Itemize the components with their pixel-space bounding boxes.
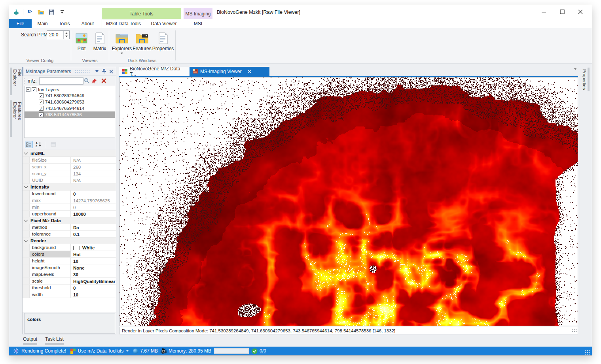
property-category-row[interactable]: Render bbox=[23, 238, 116, 244]
property-label[interactable]: upperbound bbox=[30, 211, 71, 217]
property-label[interactable]: UUID bbox=[30, 177, 71, 183]
save-icon[interactable] bbox=[47, 8, 55, 16]
tab-data-viewer[interactable]: Data Viewer bbox=[145, 19, 182, 28]
property-value[interactable]: Da bbox=[71, 224, 116, 230]
property-row[interactable]: width10 bbox=[23, 291, 116, 298]
tab-mzkit-data-tools[interactable]: Mzkit Data Tools bbox=[102, 19, 145, 28]
tab-file[interactable]: File bbox=[9, 19, 32, 28]
resize-grip-icon[interactable] bbox=[572, 329, 577, 333]
property-row[interactable]: tolerance0.1 bbox=[23, 231, 116, 238]
property-row[interactable]: lowerbound0 bbox=[23, 190, 116, 197]
checkbox-checked-icon[interactable]: ✓ bbox=[39, 93, 44, 98]
property-row[interactable]: fileSizeN/A bbox=[23, 157, 116, 164]
property-row[interactable]: threshold0 bbox=[23, 285, 116, 291]
qat-customize-icon[interactable] bbox=[58, 8, 66, 16]
property-value[interactable]: 134 bbox=[71, 170, 116, 177]
property-label[interactable]: max bbox=[30, 197, 71, 204]
tab-output[interactable]: Output bbox=[23, 336, 37, 345]
checkbox-checked-icon[interactable]: ✓ bbox=[39, 106, 44, 111]
ion-layers-root-row[interactable]: − ✓ Ion Layers bbox=[25, 86, 115, 92]
clear-icon[interactable] bbox=[100, 77, 108, 85]
minimize-button[interactable] bbox=[538, 7, 550, 17]
explorers-dropdown-icon[interactable] bbox=[121, 53, 123, 54]
contextual-tab-table-tools[interactable]: Table Tools bbox=[102, 8, 181, 19]
property-category-row[interactable]: Pixel M/z Data bbox=[23, 217, 116, 224]
checkbox-checked-icon[interactable]: ✓ bbox=[32, 87, 36, 92]
property-row[interactable]: scan_y134 bbox=[23, 170, 116, 177]
collapse-chevron-icon[interactable] bbox=[24, 151, 28, 155]
stepper-down-icon[interactable] bbox=[65, 36, 68, 37]
contextual-tab-ms-imaging[interactable]: MS Imaging bbox=[184, 8, 212, 19]
alphabetical-sort-icon[interactable]: AZ bbox=[35, 141, 43, 148]
property-category-row[interactable]: Intensity bbox=[23, 184, 116, 190]
property-label[interactable]: background bbox=[30, 244, 71, 251]
property-row[interactable]: imageSmoothNone bbox=[23, 264, 116, 271]
tab-about[interactable]: About bbox=[75, 19, 100, 28]
search-icon[interactable] bbox=[83, 77, 91, 85]
property-label[interactable]: scan_x bbox=[30, 164, 71, 170]
property-value[interactable]: 10 bbox=[71, 258, 116, 264]
tab-ms-imaging-viewer[interactable]: MS-Imaging Viewer bbox=[190, 67, 269, 76]
ion-layer-row[interactable]: ✓741.530289264849 bbox=[25, 92, 115, 99]
close-button[interactable] bbox=[574, 7, 586, 17]
property-label[interactable]: lowerbound bbox=[30, 190, 71, 197]
panel-drag-grip[interactable] bbox=[74, 70, 90, 73]
tab-task-list[interactable]: Task List bbox=[45, 336, 64, 345]
property-label[interactable]: scan_y bbox=[30, 170, 71, 177]
property-row[interactable]: scan_x260 bbox=[23, 164, 116, 170]
property-label[interactable]: colors bbox=[30, 251, 71, 257]
property-label[interactable]: min bbox=[30, 204, 71, 210]
pin-icon[interactable] bbox=[100, 68, 108, 75]
sidebar-tab-properties[interactable]: Properties bbox=[581, 68, 590, 91]
property-row[interactable]: upperbound10000 bbox=[23, 211, 116, 217]
stepper-buttons[interactable] bbox=[63, 31, 69, 39]
tab-main[interactable]: Main bbox=[32, 19, 53, 28]
tab-tools[interactable]: Tools bbox=[53, 19, 75, 28]
property-value[interactable]: None bbox=[71, 264, 116, 271]
properties-button[interactable]: Properties bbox=[152, 30, 174, 58]
property-row[interactable]: colorsHot bbox=[23, 251, 116, 258]
property-value[interactable]: Hot bbox=[71, 251, 116, 257]
collapse-chevron-icon[interactable] bbox=[24, 238, 28, 242]
ion-layer-row[interactable]: ✓798.54144578536 bbox=[25, 111, 115, 118]
checkbox-checked-icon[interactable]: ✓ bbox=[39, 100, 44, 104]
property-value[interactable]: 10000 bbox=[71, 211, 116, 217]
property-label[interactable]: width bbox=[30, 291, 71, 298]
property-value[interactable]: 0 bbox=[71, 204, 116, 210]
collapse-chevron-icon[interactable] bbox=[24, 185, 28, 189]
property-value[interactable]: 0 bbox=[71, 190, 116, 197]
categorized-view-icon[interactable] bbox=[25, 141, 33, 148]
property-value[interactable]: 30 bbox=[71, 271, 116, 277]
window-resize-grip-icon[interactable] bbox=[585, 350, 590, 355]
maximize-button[interactable] bbox=[556, 7, 568, 17]
property-row[interactable]: max14274.759765625 bbox=[23, 197, 116, 204]
property-label[interactable]: method bbox=[30, 224, 71, 230]
tab-msi[interactable]: MSI bbox=[184, 19, 212, 28]
property-value[interactable]: 260 bbox=[71, 164, 116, 170]
search-ppm-stepper[interactable]: 20.0 bbox=[47, 30, 70, 39]
property-row[interactable]: min0 bbox=[23, 204, 116, 211]
property-value[interactable]: N/A bbox=[71, 177, 116, 183]
property-value[interactable]: 0 bbox=[71, 285, 116, 291]
panel-close-icon[interactable] bbox=[108, 68, 115, 75]
plot-button[interactable]: Plot bbox=[72, 30, 91, 58]
matrix-button[interactable]: Matrix bbox=[91, 30, 109, 58]
search-ppm-value[interactable]: 20.0 bbox=[47, 31, 63, 39]
sidebar-tab-features-explorer[interactable]: Features Explorer bbox=[10, 100, 23, 137]
property-row[interactable]: mapLevels30 bbox=[23, 271, 116, 278]
property-category-row[interactable]: imzML bbox=[23, 150, 116, 157]
panel-menu-caret-icon[interactable] bbox=[93, 68, 100, 75]
panel-header[interactable]: MsImage Parameters bbox=[23, 67, 116, 76]
open-folder-icon[interactable] bbox=[37, 8, 45, 16]
property-label[interactable]: threshold bbox=[30, 285, 71, 291]
property-value[interactable]: 10 bbox=[71, 291, 116, 298]
property-value[interactable]: N/A bbox=[71, 157, 116, 163]
msi-image-canvas[interactable] bbox=[119, 77, 578, 326]
pin-search-icon[interactable] bbox=[91, 77, 98, 85]
tab-mz-data-viewer[interactable]: BioNovoGene M/Z Data T... bbox=[119, 67, 190, 76]
mz-search-input[interactable] bbox=[39, 77, 83, 85]
property-value[interactable]: 0.1 bbox=[71, 231, 116, 237]
collapse-chevron-icon[interactable] bbox=[24, 218, 28, 222]
property-row[interactable]: methodDa bbox=[23, 224, 116, 231]
app-logo-icon[interactable] bbox=[12, 8, 20, 16]
